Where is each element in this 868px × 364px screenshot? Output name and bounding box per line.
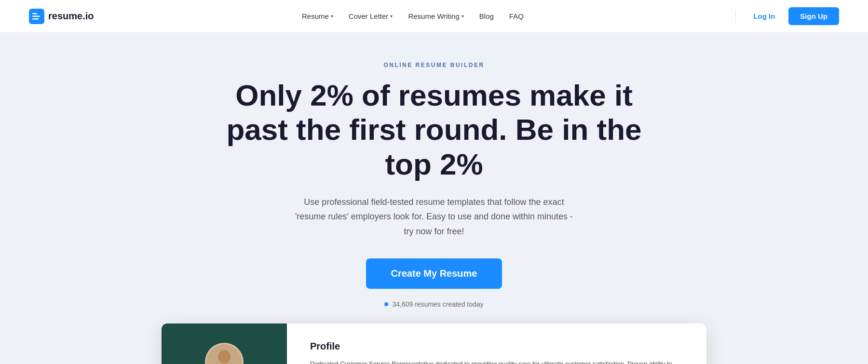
count-dot-icon: [384, 302, 388, 306]
svg-rect-3: [32, 18, 39, 20]
hero-section: ONLINE RESUME BUILDER Only 2% of resumes…: [0, 33, 868, 364]
logo-icon: [29, 9, 44, 24]
hero-title: Only 2% of resumes make it past the firs…: [217, 78, 651, 181]
hero-subtitle: Use professional field-tested resume tem…: [294, 195, 574, 239]
logo-link[interactable]: resume.io: [29, 9, 94, 24]
svg-rect-2: [32, 15, 40, 17]
chevron-down-icon: ▾: [461, 13, 464, 19]
resume-preview-card: Sophie Walton CUSTOMER SERVICEREPRESENTA…: [162, 324, 706, 364]
avatar-image: [206, 343, 242, 364]
navbar-actions: Log In Sign Up: [732, 7, 839, 25]
resumes-count-text: 34,609 resumes created today: [392, 300, 483, 308]
hero-eyebrow: ONLINE RESUME BUILDER: [383, 62, 484, 68]
nav-item-cover-letter[interactable]: Cover Letter ▾: [343, 8, 399, 24]
signup-button[interactable]: Sign Up: [788, 7, 839, 25]
svg-rect-1: [32, 13, 37, 14]
resume-left-panel: Sophie Walton CUSTOMER SERVICEREPRESENTA…: [162, 324, 287, 364]
logo-text: resume.io: [48, 11, 94, 22]
create-resume-button[interactable]: Create My Resume: [366, 258, 502, 289]
nav-item-resume[interactable]: Resume ▾: [296, 8, 339, 24]
resume-profile-heading: Profile: [310, 341, 683, 352]
resume-right-panel: Profile Dedicated Customer Service Repre…: [287, 324, 706, 364]
nav-item-faq[interactable]: FAQ: [503, 8, 529, 24]
nav-divider: [735, 10, 736, 23]
chevron-down-icon: ▾: [390, 13, 393, 19]
nav-item-blog[interactable]: Blog: [474, 8, 500, 24]
login-button[interactable]: Log In: [744, 8, 785, 24]
navbar: resume.io Resume ▾ Cover Letter ▾ Resume…: [0, 0, 868, 33]
svg-point-5: [218, 350, 231, 364]
chevron-down-icon: ▾: [331, 13, 333, 19]
resumes-count: 34,609 resumes created today: [384, 300, 483, 308]
main-nav: Resume ▾ Cover Letter ▾ Resume Writing ▾…: [296, 8, 529, 24]
resume-profile-text: Dedicated Customer Service Representativ…: [310, 359, 683, 364]
resume-avatar: [205, 343, 244, 364]
nav-item-resume-writing[interactable]: Resume Writing ▾: [402, 8, 469, 24]
